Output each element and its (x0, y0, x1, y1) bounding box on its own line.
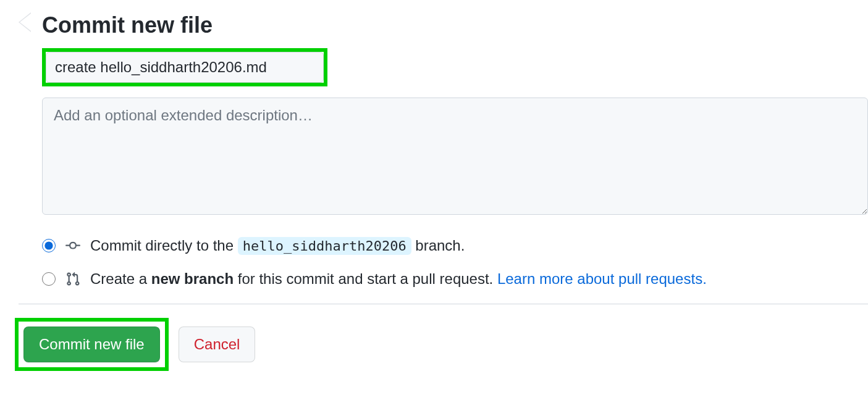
page-title: Commit new file (42, 12, 868, 38)
commit-direct-option[interactable]: Commit directly to the hello_siddharth20… (42, 237, 868, 254)
commit-direct-label: Commit directly to the hello_siddharth20… (90, 237, 465, 254)
create-branch-label: Create a new branch for this commit and … (90, 270, 707, 288)
highlight-annotation-commit-button: Commit new file (15, 318, 169, 371)
summary-input-wrapper (42, 48, 868, 89)
radio-commit-direct[interactable] (42, 239, 56, 252)
commit-new-file-button[interactable]: Commit new file (23, 327, 160, 362)
description-area (42, 98, 868, 217)
new-branch-bold: new branch (151, 270, 234, 287)
commit-direct-suffix: branch. (411, 237, 465, 254)
create-branch-option[interactable]: Create a new branch for this commit and … (42, 270, 868, 288)
commit-description-textarea[interactable] (42, 98, 868, 215)
branch-radio-group: Commit directly to the hello_siddharth20… (42, 237, 868, 288)
radio-new-branch[interactable] (42, 272, 56, 286)
git-pull-request-icon (64, 272, 82, 286)
git-commit-icon (64, 238, 82, 253)
new-branch-text-before: Create a (90, 270, 151, 287)
speech-bubble-pointer (19, 12, 31, 32)
cancel-button[interactable]: Cancel (179, 327, 256, 362)
highlight-annotation-summary (42, 48, 327, 86)
new-branch-text-after: for this commit and start a pull request… (234, 270, 497, 287)
button-row: Commit new file Cancel (15, 318, 868, 371)
divider (19, 304, 868, 304)
learn-more-link[interactable]: Learn more about pull requests. (497, 270, 707, 287)
commit-direct-prefix: Commit directly to the (90, 237, 238, 254)
commit-form-container: Commit new file Commit directly to the h… (19, 12, 868, 371)
branch-name-tag: hello_siddharth20206 (238, 237, 411, 255)
commit-summary-input[interactable] (46, 52, 324, 83)
